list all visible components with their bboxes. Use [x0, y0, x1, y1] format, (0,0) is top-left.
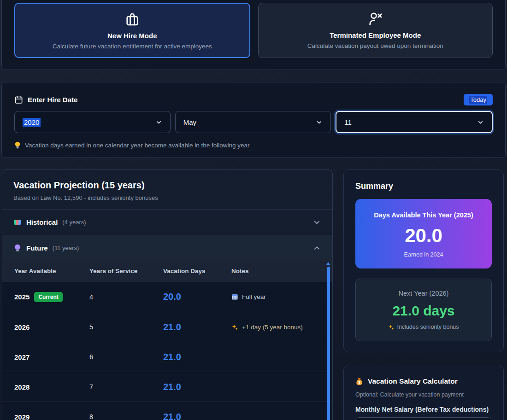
service-value: 8 — [89, 413, 163, 420]
note-value: +1 day (5 year bonus) — [231, 324, 332, 331]
year-value: 2027 — [14, 353, 29, 361]
salary-input[interactable] — [355, 417, 492, 420]
mode-selector-section: New Hire Mode Calculate future vacation … — [1, 0, 506, 70]
future-label: Future — [26, 244, 48, 252]
service-value: 6 — [89, 353, 163, 361]
mode-title: New Hire Mode — [15, 32, 249, 40]
col-header-days: Vacation Days — [163, 268, 231, 274]
col-header-year: Year Available — [14, 268, 89, 274]
historical-section-toggle[interactable]: Historical (4 years) — [2, 209, 332, 235]
chevron-down-icon — [155, 119, 162, 126]
vacation-projection-panel: Vacation Projection (15 years) Based on … — [2, 169, 333, 420]
mode-card-terminated[interactable]: Terminated Employee Mode Calculate vacat… — [258, 3, 493, 58]
future-table: Year Available Years of Service Vacation… — [2, 260, 332, 420]
year-value: 2025 — [14, 293, 29, 301]
day-select-value: 11 — [344, 118, 352, 126]
sparkles-icon — [231, 324, 238, 331]
current-badge: Current — [34, 292, 62, 302]
projection-subtitle: Based on Law No. 12,590 - includes senio… — [13, 194, 321, 201]
chevron-down-icon — [477, 119, 484, 126]
table-row: 2027 6 21.0 — [2, 342, 332, 372]
next-year-card: Next Year (2026) 21.0 days Includes seni… — [355, 279, 492, 341]
col-header-notes: Notes — [231, 268, 332, 274]
today-button[interactable]: Today — [464, 94, 493, 105]
user-x-icon — [367, 11, 383, 27]
chevron-up-icon — [312, 244, 321, 252]
books-icon — [13, 218, 22, 227]
days-value: 21.0 — [163, 412, 231, 420]
crystal-ball-icon — [13, 244, 22, 252]
mode-card-new-hire[interactable]: New Hire Mode Calculate future vacation … — [14, 3, 250, 58]
chevron-down-icon — [312, 218, 321, 227]
salary-calculator-title: $ Vacation Salary Calculator — [355, 377, 492, 385]
days-available-value: 20.0 — [363, 225, 484, 247]
sparkles-icon — [388, 324, 394, 330]
chevron-down-icon — [316, 119, 323, 126]
table-row: 2029 8 21.0 — [2, 402, 332, 420]
money-bag-icon: $ — [355, 377, 363, 385]
month-select[interactable]: May — [175, 111, 331, 133]
mode-title: Terminated Employee Mode — [259, 31, 493, 39]
days-available-card: Days Available This Year (2025) 20.0 Ear… — [355, 199, 492, 268]
note-value: Full year — [231, 293, 332, 300]
hire-date-title: Enter Hire Date — [14, 95, 77, 104]
days-available-sub: Earned in 2024 — [363, 251, 484, 258]
projection-title: Vacation Projection (15 years) — [13, 180, 321, 191]
table-header-row: Year Available Years of Service Vacation… — [2, 260, 332, 282]
calendar-small-icon — [231, 293, 238, 300]
table-row: 2025 Current 4 20.0 Full year — [2, 282, 332, 312]
lightbulb-icon — [14, 141, 21, 149]
year-value: 2029 — [14, 413, 29, 420]
historical-label: Historical — [26, 218, 58, 226]
days-value: 21.0 — [163, 322, 231, 332]
salary-input-label: Monthly Net Salary (Before Tax deduction… — [355, 406, 492, 413]
next-year-value: 21.0 days — [363, 303, 484, 319]
days-value: 20.0 — [163, 292, 231, 302]
future-count: (11 years) — [53, 245, 79, 251]
days-available-label: Days Available This Year (2025) — [363, 211, 484, 219]
table-row: 2028 7 21.0 — [2, 372, 332, 402]
salary-calculator-panel: $ Vacation Salary Calculator Optional: C… — [343, 365, 504, 420]
col-header-service: Years of Service — [89, 268, 163, 274]
year-value: 2028 — [14, 383, 29, 391]
summary-title: Summary — [355, 181, 492, 191]
days-value: 21.0 — [163, 382, 231, 392]
today-button-label: Today — [469, 96, 487, 104]
hire-date-tip-text: Vacation days earned in one calendar yea… — [25, 142, 250, 149]
service-value: 4 — [89, 293, 163, 301]
days-value: 21.0 — [163, 352, 231, 362]
salary-calculator-subtitle: Optional: Calculate your vacation paymen… — [355, 391, 492, 398]
hire-date-title-text: Enter Hire Date — [28, 96, 77, 104]
mode-description: Calculate vacation payout owed upon term… — [259, 42, 493, 49]
summary-panel: Summary Days Available This Year (2025) … — [343, 169, 504, 352]
day-select[interactable]: 11 — [336, 111, 493, 133]
future-section-toggle[interactable]: Future (11 years) — [2, 235, 332, 260]
scrollbar-up-arrow[interactable] — [326, 262, 330, 265]
year-select-value: 2020 — [23, 118, 41, 127]
service-value: 7 — [89, 383, 163, 391]
service-value: 5 — [89, 323, 163, 331]
hire-date-section: Enter Hire Date Today 2020 May 11 Vacati… — [1, 82, 506, 158]
year-select[interactable]: 2020 — [14, 111, 171, 133]
historical-count: (4 years) — [62, 219, 86, 226]
mode-description: Calculate future vacation entitlement fo… — [15, 43, 249, 50]
table-scrollbar[interactable] — [327, 267, 330, 420]
next-year-sub: Includes seniority bonus — [363, 324, 484, 330]
svg-text:$: $ — [358, 380, 360, 385]
briefcase-icon — [124, 11, 141, 28]
calendar-icon — [14, 95, 23, 104]
next-year-label: Next Year (2026) — [363, 290, 484, 297]
month-select-value: May — [183, 118, 196, 126]
table-row: 2026 5 21.0 +1 day (5 year bonus) — [2, 312, 332, 342]
hire-date-tip: Vacation days earned in one calendar yea… — [14, 141, 493, 149]
year-value: 2026 — [14, 323, 29, 331]
